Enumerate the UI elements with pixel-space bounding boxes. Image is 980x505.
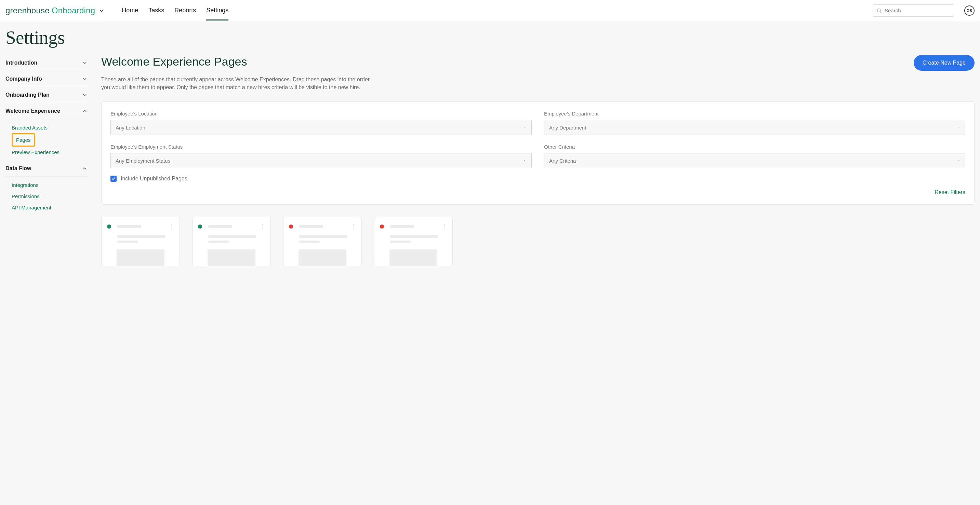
skeleton-line <box>390 235 438 238</box>
caret-down-icon <box>956 124 960 130</box>
caret-down-icon <box>522 157 527 164</box>
other-criteria-select[interactable]: Any Criteria <box>544 153 965 168</box>
svg-line-1 <box>880 12 881 13</box>
sidebar-link-branded-assets[interactable]: Branded Assets <box>12 122 88 133</box>
skeleton-line <box>299 241 320 243</box>
sidebar-section-welcome-experience[interactable]: Welcome Experience <box>5 103 88 119</box>
filter-label-department: Employee's Department <box>544 111 965 116</box>
caret-down-icon <box>522 124 527 130</box>
skeleton-line <box>299 225 323 228</box>
select-value: Any Employment Status <box>116 158 170 164</box>
sidebar-section-onboarding-plan[interactable]: Onboarding Plan <box>5 87 88 103</box>
skeleton-line <box>208 235 256 238</box>
settings-sidebar: Introduction Company Info Onboarding Pla… <box>5 55 88 269</box>
avatar[interactable]: GS <box>964 5 975 16</box>
page-title: Settings <box>5 27 975 48</box>
sidebar-link-integrations[interactable]: Integrations <box>12 179 88 191</box>
search-field[interactable] <box>873 5 954 17</box>
page-card-list: ⋮ ⋮ <box>101 217 975 269</box>
page-body: Settings Introduction Company Info Onboa… <box>0 21 980 269</box>
nav-tasks[interactable]: Tasks <box>148 1 164 21</box>
section-title: Welcome Experience Pages <box>101 55 247 68</box>
nav-reports[interactable]: Reports <box>174 1 196 21</box>
chevron-up-icon <box>82 166 88 171</box>
skeleton-line <box>117 241 138 243</box>
sidebar-subsection-welcome-experience: Branded Assets Pages Preview Experiences <box>5 119 88 160</box>
svg-point-0 <box>877 8 880 12</box>
sidebar-link-preview-experiences[interactable]: Preview Experiences <box>12 146 88 158</box>
card-menu-icon[interactable]: ⋮ <box>169 223 174 230</box>
sidebar-subsection-data-flow: Integrations Permissions API Management <box>5 177 88 216</box>
sidebar-section-label: Welcome Experience <box>5 108 60 114</box>
skeleton-line <box>117 225 141 228</box>
sidebar-link-pages[interactable]: Pages <box>12 133 35 146</box>
sidebar-section-label: Company Info <box>5 76 42 82</box>
chevron-up-icon <box>82 108 88 114</box>
page-card[interactable]: ⋮ <box>192 217 271 266</box>
skeleton-line <box>117 235 165 238</box>
brand-switcher[interactable]: greenhouse Onboarding <box>5 6 105 15</box>
chevron-down-icon <box>82 60 88 66</box>
skeleton-block <box>390 249 438 266</box>
brand-word-2: Onboarding <box>52 6 95 15</box>
brand-word-1: greenhouse <box>5 6 49 15</box>
skeleton-line <box>299 235 347 238</box>
filter-label-location: Employee's Location <box>110 111 532 116</box>
sidebar-section-company-info[interactable]: Company Info <box>5 71 88 87</box>
select-value: Any Department <box>549 125 586 130</box>
sidebar-link-api-management[interactable]: API Management <box>12 202 88 213</box>
status-dot-icon <box>198 224 202 229</box>
skeleton-block <box>299 249 346 266</box>
sidebar-link-permissions[interactable]: Permissions <box>12 191 88 202</box>
skeleton-line <box>208 225 232 228</box>
nav-settings[interactable]: Settings <box>206 1 228 21</box>
skeleton-block <box>208 249 255 266</box>
sidebar-section-introduction[interactable]: Introduction <box>5 55 88 71</box>
filter-label-status: Employee's Employment Status <box>110 144 532 150</box>
chevron-down-icon <box>99 8 105 14</box>
include-unpublished-label: Include Unpublished Pages <box>121 176 188 182</box>
status-dot-icon <box>380 224 384 229</box>
filter-label-other: Other Criteria <box>544 144 965 150</box>
search-icon <box>877 8 882 13</box>
select-value: Any Location <box>116 125 145 130</box>
page-card[interactable]: ⋮ <box>101 217 180 266</box>
card-menu-icon[interactable]: ⋮ <box>259 223 265 230</box>
sidebar-section-label: Onboarding Plan <box>5 92 49 98</box>
caret-down-icon <box>956 157 960 164</box>
primary-nav: Home Tasks Reports Settings <box>122 1 228 21</box>
card-menu-icon[interactable]: ⋮ <box>441 223 447 230</box>
chevron-down-icon <box>82 76 88 82</box>
create-new-page-button[interactable]: Create New Page <box>914 55 975 71</box>
include-unpublished-checkbox[interactable] <box>110 176 116 182</box>
skeleton-line <box>390 225 414 228</box>
main-content: Welcome Experience Pages Create New Page… <box>88 55 975 269</box>
skeleton-line <box>390 241 410 243</box>
location-select[interactable]: Any Location <box>110 120 532 135</box>
employment-status-select[interactable]: Any Employment Status <box>110 153 532 168</box>
section-description: These are all of the pages that currentl… <box>101 76 375 91</box>
skeleton-line <box>208 241 229 243</box>
page-card[interactable]: ⋮ <box>283 217 362 266</box>
nav-home[interactable]: Home <box>122 1 138 21</box>
filter-panel: Employee's Location Any Location Employe… <box>101 102 975 205</box>
chevron-down-icon <box>82 92 88 98</box>
sidebar-section-data-flow[interactable]: Data Flow <box>5 160 88 177</box>
search-input[interactable] <box>885 8 950 13</box>
skeleton-block <box>116 249 164 266</box>
topbar: greenhouse Onboarding Home Tasks Reports… <box>0 0 980 21</box>
department-select[interactable]: Any Department <box>544 120 965 135</box>
card-menu-icon[interactable]: ⋮ <box>350 223 356 230</box>
reset-filters-link[interactable]: Reset Filters <box>934 189 965 195</box>
page-card[interactable]: ⋮ <box>374 217 453 266</box>
sidebar-section-label: Data Flow <box>5 165 32 172</box>
select-value: Any Criteria <box>549 158 576 164</box>
status-dot-icon <box>289 224 293 229</box>
sidebar-section-label: Introduction <box>5 60 37 66</box>
status-dot-icon <box>107 224 111 229</box>
